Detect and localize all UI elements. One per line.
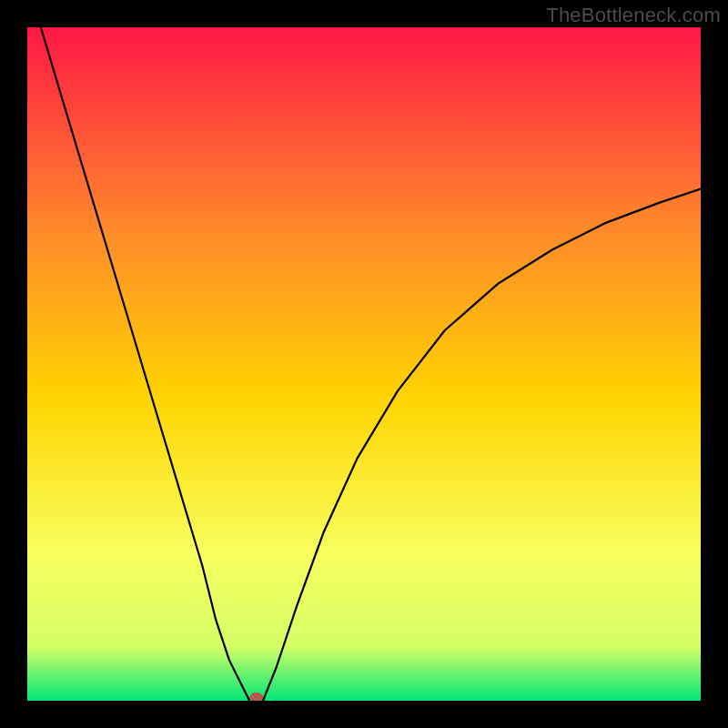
gradient-background <box>27 27 701 701</box>
watermark-text: TheBottleneck.com <box>546 4 721 27</box>
chart-frame: TheBottleneck.com <box>0 0 728 728</box>
optimal-point-marker <box>250 693 263 701</box>
plot-area <box>27 27 701 701</box>
chart-svg <box>27 27 701 701</box>
